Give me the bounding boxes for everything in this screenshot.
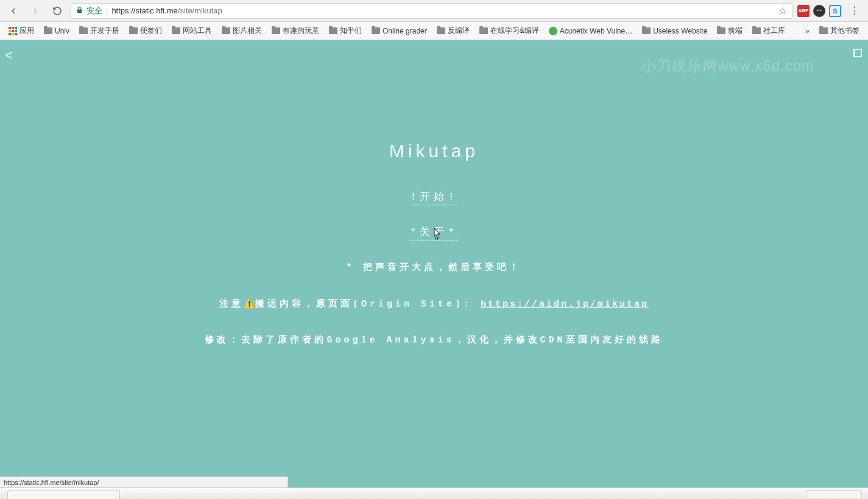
- bookmarks-bar: 应用 Univ 开发手册 便签们 网站工具 图片相关 有趣的玩意 知乎们 Onl…: [0, 22, 868, 40]
- folder-icon: [479, 27, 488, 34]
- reload-button[interactable]: [49, 2, 66, 19]
- about-link[interactable]: *关于*: [410, 225, 457, 241]
- taskbar: [0, 487, 868, 499]
- fullscreen-icon[interactable]: [853, 49, 862, 57]
- page-content: < 小刀娱乐网www.x6d.com Mikutap !开始! *关于* * 把…: [0, 40, 868, 487]
- folder-icon: [372, 27, 380, 34]
- back-button[interactable]: [5, 2, 22, 19]
- bookmark-folder-grader[interactable]: Online grader: [368, 25, 431, 37]
- modification-text: 修改：去除了原作者的Google Analysis，汉化，并修改CDN至国内友好…: [43, 333, 825, 349]
- bookmark-site-acunetix[interactable]: Acunetix Web Vulne…: [545, 25, 636, 37]
- browser-toolbar: 安全 | https://static.hfi.me/site/mikutap …: [0, 0, 868, 22]
- apps-grid-icon: [9, 27, 17, 35]
- lock-icon: [76, 6, 83, 15]
- folder-icon: [329, 27, 337, 34]
- bookmark-folder-decompile[interactable]: 反编译: [433, 24, 473, 38]
- folder-icon: [437, 27, 445, 34]
- extension-icons: ABP S: [797, 5, 841, 17]
- apps-button[interactable]: 应用: [5, 24, 38, 38]
- page-title: Mikutap: [43, 141, 825, 161]
- folder-icon: [272, 27, 280, 34]
- forward-button[interactable]: [27, 2, 44, 19]
- folder-icon: [752, 27, 761, 34]
- site-icon: [549, 27, 557, 35]
- url-text: https://static.hfi.me/site/mikutap: [111, 6, 775, 15]
- url-divider: |: [106, 6, 108, 15]
- tip-text: * 把声音开大点，然后享受吧！: [43, 260, 825, 276]
- bookmark-folder-learn[interactable]: 在线学习&编译: [476, 24, 543, 38]
- bookmark-folder-frontend[interactable]: 前端: [713, 24, 746, 38]
- folder-icon: [222, 27, 230, 34]
- status-bar: https://static.hfi.me/site/mikutap/: [0, 476, 288, 487]
- bookmark-folder-dev[interactable]: 开发手册: [76, 24, 123, 38]
- watermark-text: 小刀娱乐网www.x6d.com: [641, 56, 814, 76]
- address-bar[interactable]: 安全 | https://static.hfi.me/site/mikutap …: [71, 3, 792, 19]
- bookmark-folder-fun[interactable]: 有趣的玩意: [268, 24, 323, 38]
- folder-icon: [44, 27, 52, 34]
- bookmark-folder-zhihu[interactable]: 知乎们: [325, 24, 365, 38]
- bookmark-folder-images[interactable]: 图片相关: [218, 24, 266, 38]
- bookmark-folder-univ[interactable]: Univ: [40, 25, 73, 37]
- taskbar-right-box[interactable]: [806, 490, 862, 498]
- folder-icon: [819, 27, 828, 34]
- notice-text: 注意⚠️搬运内容，原页面(Origin Site): https://aidn.…: [43, 297, 825, 313]
- folder-icon: [129, 27, 138, 34]
- bookmark-folder-useless[interactable]: Useless Website: [638, 25, 711, 37]
- back-chevron[interactable]: <: [5, 49, 13, 64]
- folder-icon: [79, 27, 88, 34]
- origin-link[interactable]: https://aidn.jp/mikutap: [481, 299, 649, 310]
- secure-label: 安全: [86, 5, 102, 16]
- apps-label: 应用: [19, 26, 34, 36]
- svg-point-1: [820, 9, 821, 10]
- bookmark-folder-webtools[interactable]: 网站工具: [168, 24, 216, 38]
- bookmark-folder-social[interactable]: 社工库: [749, 24, 789, 38]
- taskbar-tab[interactable]: [7, 490, 120, 499]
- bookmark-star-icon[interactable]: ☆: [778, 5, 787, 16]
- svg-point-0: [817, 9, 819, 10]
- center-content: Mikutap !开始! *关于* * 把声音开大点，然后享受吧！ 注意⚠️搬运…: [43, 141, 825, 369]
- extension-s-icon[interactable]: S: [829, 5, 841, 17]
- bookmark-folder-notes[interactable]: 便签们: [125, 24, 166, 38]
- start-link[interactable]: !开始!: [410, 189, 457, 205]
- extension-icon[interactable]: [813, 5, 825, 17]
- folder-icon: [717, 27, 725, 34]
- other-bookmarks[interactable]: 其他书签: [816, 24, 863, 38]
- folder-icon: [642, 27, 651, 34]
- status-url: https://static.hfi.me/site/mikutap/: [4, 479, 99, 486]
- chrome-menu-icon[interactable]: ⋮: [846, 5, 863, 16]
- folder-icon: [172, 27, 180, 34]
- adblock-icon[interactable]: ABP: [797, 5, 810, 17]
- bookmarks-overflow-icon[interactable]: »: [802, 27, 813, 35]
